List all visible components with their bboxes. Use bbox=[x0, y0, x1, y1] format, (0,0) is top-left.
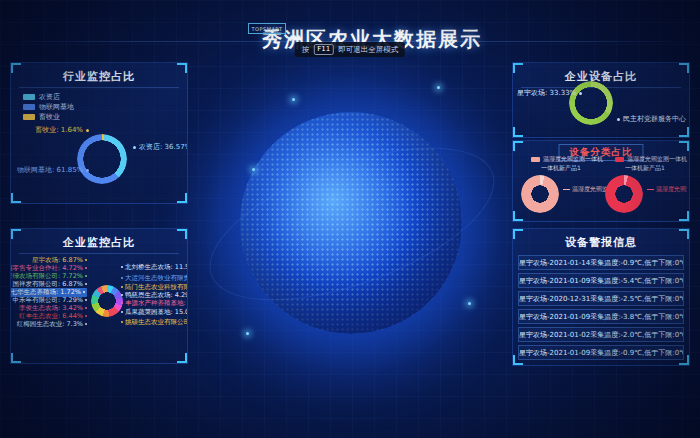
title-divider bbox=[19, 253, 179, 254]
legend-swatch bbox=[23, 94, 35, 100]
legend-swatch bbox=[531, 157, 540, 162]
alarm-row: 星宇农场-2020-12-31采集温度:-2.5℃,低于下限:0℃ bbox=[518, 291, 684, 306]
glow-dot bbox=[437, 86, 440, 89]
legend-swatch bbox=[23, 114, 35, 120]
panel-device-alarms: 设备警报信息 星宇农场-2021-01-14采集温度:-0.9℃,低于下限:0℃… bbox=[512, 228, 690, 366]
panel-title: 企业设备占比 bbox=[513, 69, 689, 84]
chart-callout: 北刘桥生态农场: 11.56% bbox=[121, 263, 188, 272]
title-divider bbox=[19, 87, 179, 88]
chart-callout: 大运河生态牧业有限责任公 bbox=[121, 274, 188, 283]
panel-industry-monitoring: 行业监控占比 农资店 物联网基地 畜牧业 畜牧业: 1.64% 农资店: 36.… bbox=[10, 62, 188, 204]
panel-equipment-share: 企业设备占比 星宇农场: 33.33% 民主村党群服务中心 bbox=[512, 62, 690, 138]
glow-dot bbox=[292, 98, 295, 101]
fullscreen-hint: 按 F11 即可退出全屏模式 bbox=[295, 42, 405, 57]
device-donut-chart-left[interactable] bbox=[521, 175, 559, 213]
chart-callout: 丰源水产种养殖基地: 1… bbox=[121, 299, 188, 308]
glow-dot bbox=[252, 168, 255, 171]
device-donut-chart-right[interactable] bbox=[605, 175, 643, 213]
panel-device-classification: 设备分类占比 温湿度光照监测一体机 一体机新产品1 温湿度光照监测一… 温湿度光… bbox=[512, 140, 690, 222]
enterprise-donut-chart[interactable] bbox=[91, 285, 123, 317]
industry-donut-chart[interactable] bbox=[77, 134, 127, 184]
legend-item[interactable]: 温湿度光照监测一体机 bbox=[615, 155, 687, 164]
legend-item[interactable]: 一体机新产品1 bbox=[625, 164, 665, 173]
panel-title: 行业监控占比 bbox=[11, 69, 187, 84]
legend-item[interactable]: 物联网基地 bbox=[23, 102, 74, 112]
alarm-row: 星宇农场-2021-01-09采集温度:-0.9℃,低于下限:0℃ bbox=[518, 345, 684, 360]
chart-callout: 红梅园生态农业: 7.3% bbox=[17, 320, 87, 329]
chart-callout: 温湿度光照监测一… bbox=[647, 185, 687, 194]
alarm-row: 星宇农场-2021-01-14采集温度:-0.9℃,低于下限:0℃ bbox=[518, 255, 684, 270]
legend-label: 物联网基地 bbox=[39, 102, 74, 112]
f11-key-badge: F11 bbox=[313, 44, 334, 55]
panel-enterprise-monitoring: 企业监控占比 星宇农场: 6.87% 友福零售专业合作社: 4.72% 家绿农场… bbox=[10, 228, 188, 364]
alarm-row: 星宇农场-2021-01-09采集温度:-5.4℃,低于下限:0℃ bbox=[518, 273, 684, 288]
alarm-row: 星宇农场-2021-01-09采集温度:-3.8℃,低于下限:0℃ bbox=[518, 309, 684, 324]
hint-prefix: 按 bbox=[302, 45, 310, 55]
legend-label: 一体机新产品1 bbox=[625, 164, 665, 173]
legend-label: 温湿度光照监测一体机 bbox=[543, 155, 603, 164]
legend-swatch bbox=[23, 104, 35, 110]
legend-item[interactable]: 农资店 bbox=[23, 92, 74, 102]
legend-item[interactable]: 畜牧业 bbox=[23, 112, 74, 122]
legend-label: 畜牧业 bbox=[39, 112, 60, 122]
legend-label: 温湿度光照监测一体机 bbox=[627, 155, 687, 164]
glow-dot bbox=[468, 302, 471, 305]
chart-callout: 畜牧业: 1.64% bbox=[35, 125, 89, 135]
glow-dot bbox=[246, 332, 249, 335]
legend-label: 农资店 bbox=[39, 92, 60, 102]
chart-callout: 物联网基地: 61.85% bbox=[17, 165, 89, 175]
legend-item[interactable]: 温湿度光照监测一体机 bbox=[531, 155, 603, 164]
legend-label: 一体机新产品1 bbox=[541, 164, 581, 173]
alarm-row: 星宇农场-2021-01-02采集温度:-2.0℃,低于下限:0℃ bbox=[518, 327, 684, 342]
chart-callout: 农资店: 36.57% bbox=[133, 142, 188, 152]
chart-legend: 农资店 物联网基地 畜牧业 bbox=[23, 92, 74, 122]
chart-callout: 姚硕生态农业有限公司: 6.87% bbox=[121, 318, 188, 327]
chart-callout: 温湿度光照监测一… bbox=[563, 185, 607, 194]
hint-suffix: 即可退出全屏模式 bbox=[338, 45, 398, 55]
panel-title: 设备警报信息 bbox=[513, 235, 689, 250]
brand-logo: TOPSMART bbox=[248, 23, 286, 34]
legend-swatch bbox=[615, 157, 624, 162]
chart-callout: 民主村党群服务中心 bbox=[617, 114, 686, 124]
chart-callout: 瓜果蔬菜园基地: 15.02% bbox=[121, 308, 188, 317]
legend-item[interactable]: 一体机新产品1 bbox=[541, 164, 581, 173]
chart-callout: 星宇农场: 33.33% bbox=[517, 88, 582, 98]
panel-title: 企业监控占比 bbox=[11, 235, 187, 250]
dashboard-stage: TOPSMART 秀洲区农业大数据展示 按 F11 即可退出全屏模式 行业监控占… bbox=[0, 0, 700, 438]
